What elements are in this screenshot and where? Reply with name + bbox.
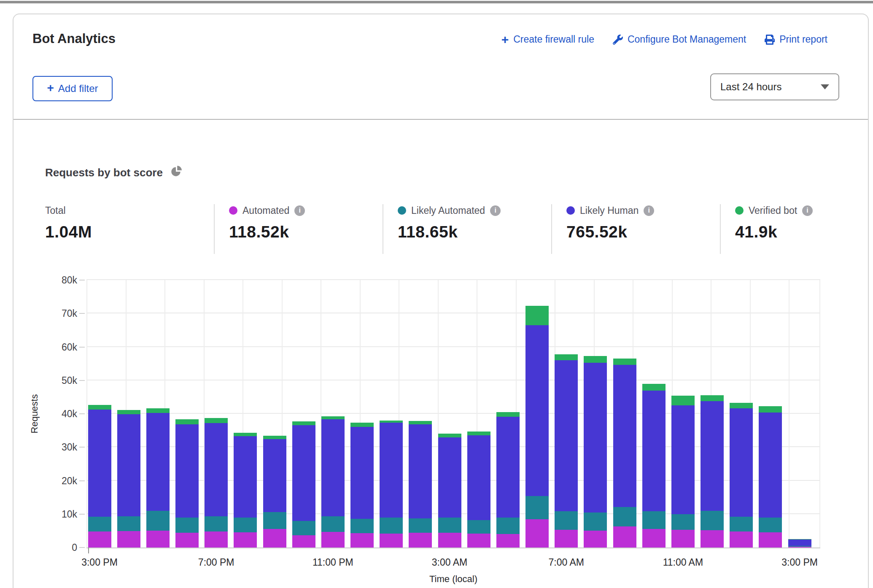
stat-head: Verified boti — [735, 204, 873, 217]
bar-12-00-AM[interactable] — [350, 280, 374, 548]
y-tick-label: 0 — [39, 542, 77, 553]
stat-label: Likely Human — [580, 205, 639, 216]
bar-segment-automated — [117, 531, 140, 548]
bar-7-00-PM[interactable] — [205, 280, 228, 548]
bar-segment-automated — [409, 533, 432, 548]
bar-12-00-PM[interactable] — [701, 280, 724, 548]
info-icon[interactable]: i — [802, 205, 813, 216]
page-title: Bot Analytics — [32, 31, 116, 46]
bar-5-00-AM[interactable] — [496, 280, 520, 548]
bar-segment-automated — [525, 519, 549, 548]
y-tick-mark — [79, 447, 85, 448]
bar-7-00-AM[interactable] — [555, 280, 578, 548]
bar-4-00-AM[interactable] — [467, 280, 490, 548]
bar-segment-likely-human — [88, 410, 111, 517]
bar-segment-likely-human — [409, 424, 432, 518]
bar-segment-likely-automated — [555, 511, 578, 530]
stat-likely-automated[interactable]: Likely Automatedi118.65k — [383, 204, 551, 254]
bar-segment-verified-bot — [234, 433, 257, 436]
print-report-link[interactable]: Print report — [765, 34, 827, 45]
bar-4-00-PM[interactable] — [117, 280, 140, 548]
bar-6-00-AM[interactable] — [525, 280, 549, 548]
bar-segment-likely-automated — [292, 521, 315, 535]
bar-segment-automated — [88, 531, 111, 548]
bar-segment-verified-bot — [438, 434, 461, 438]
bar-1-00-PM[interactable] — [730, 280, 753, 548]
stat-head: Likely Humani — [566, 204, 720, 217]
x-tick-label: 11:00 AM — [636, 557, 729, 568]
bar-11-00-PM[interactable] — [321, 280, 345, 548]
bar-10-00-AM[interactable] — [642, 280, 666, 548]
bar-segment-verified-bot — [117, 410, 140, 414]
x-tick-label: 7:00 AM — [520, 557, 613, 568]
time-range-value: Last 24 hours — [720, 81, 781, 93]
window-top-edge — [0, 1, 873, 3]
bar-segment-verified-bot — [263, 436, 286, 440]
bar-segment-likely-automated — [263, 512, 286, 529]
bar-segment-likely-automated — [584, 512, 607, 531]
y-tick-mark — [79, 313, 85, 314]
stat-total[interactable]: Total1.04M — [45, 204, 214, 254]
bar-1-00-AM[interactable] — [380, 280, 403, 548]
bar-9-00-PM[interactable] — [263, 280, 286, 548]
add-filter-button[interactable]: + Add filter — [32, 76, 113, 101]
bar-3-00-PM[interactable] — [88, 280, 111, 548]
action-label: Create firewall rule — [513, 34, 594, 45]
bar-segment-likely-automated — [117, 516, 140, 531]
info-icon[interactable]: i — [644, 205, 654, 216]
bar-segment-likely-automated — [671, 514, 695, 530]
bar-2-00-AM[interactable] — [409, 280, 432, 548]
stat-automated[interactable]: Automatedi118.52k — [214, 204, 383, 254]
bar-segment-likely-automated — [642, 511, 666, 529]
bar-segment-automated — [496, 534, 520, 548]
bar-segment-likely-human — [730, 408, 753, 517]
bar-segment-verified-bot — [496, 412, 520, 417]
bar-segment-likely-automated — [321, 516, 345, 532]
info-icon[interactable]: i — [490, 205, 501, 216]
bar-segment-verified-bot — [730, 403, 753, 408]
stat-verified-bot[interactable]: Verified boti41.9k — [720, 204, 873, 254]
header-actions: +Create firewall ruleConfigure Bot Manag… — [501, 34, 827, 45]
bar-segment-likely-human — [175, 424, 199, 518]
bar-6-00-PM[interactable] — [175, 280, 199, 548]
create-firewall-rule-link[interactable]: +Create firewall rule — [501, 34, 594, 45]
bar-segment-automated — [613, 526, 636, 548]
bar-segment-automated — [642, 529, 666, 548]
legend-dot — [398, 206, 406, 215]
time-range-select[interactable]: Last 24 hours — [710, 73, 839, 100]
bar-segment-verified-bot — [642, 384, 666, 390]
bar-segment-verified-bot — [146, 408, 170, 413]
bar-2-00-PM[interactable] — [759, 280, 782, 548]
bar-segment-likely-human — [263, 439, 286, 512]
bar-segment-likely-automated — [409, 518, 432, 533]
y-tick-label: 10k — [39, 509, 77, 520]
bar-segment-automated — [467, 534, 490, 548]
bar-3-00-PM[interactable] — [788, 280, 811, 548]
bar-segment-likely-human — [350, 427, 374, 519]
configure-bot-management-link[interactable]: Configure Bot Management — [613, 34, 746, 45]
x-tick-label: 3:00 AM — [403, 557, 496, 568]
bar-segment-likely-human — [788, 539, 811, 546]
x-tick-label: 11:00 PM — [286, 557, 379, 568]
x-axis-title: Time (local) — [86, 574, 820, 585]
bar-segment-verified-bot — [555, 354, 578, 360]
bar-segment-verified-bot — [409, 421, 432, 424]
info-icon[interactable]: i — [294, 205, 305, 216]
bar-segment-automated — [671, 530, 695, 548]
stat-likely-human[interactable]: Likely Humani765.52k — [551, 204, 720, 254]
bar-8-00-PM[interactable] — [234, 280, 257, 548]
stat-head: Total — [45, 204, 214, 217]
bar-11-00-AM[interactable] — [671, 280, 695, 548]
bar-segment-verified-bot — [701, 395, 724, 401]
y-tick-label: 40k — [39, 408, 77, 419]
y-tick-mark — [79, 547, 85, 548]
bar-3-00-AM[interactable] — [438, 280, 461, 548]
bar-segment-automated — [175, 533, 199, 548]
bar-8-00-AM[interactable] — [584, 280, 607, 548]
bar-segment-likely-human — [525, 325, 549, 496]
bar-5-00-PM[interactable] — [146, 280, 170, 548]
bar-10-00-PM[interactable] — [292, 280, 315, 548]
bar-segment-automated — [701, 530, 724, 548]
bar-9-00-AM[interactable] — [613, 280, 636, 548]
bar-segment-likely-human — [701, 401, 724, 511]
